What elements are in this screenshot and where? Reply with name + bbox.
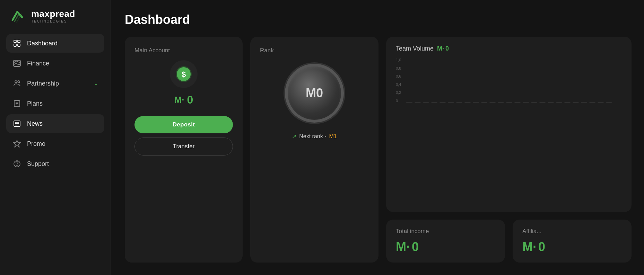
chart-bar [489, 102, 496, 103]
sidebar-item-support[interactable]: Support [6, 154, 104, 173]
chart-y-2: 0,8 [396, 66, 401, 70]
main-account-label: Main Account [134, 47, 170, 54]
right-cards-column: Team Volume M· 0 1,0 0,8 0,6 0,4 0,2 0 [386, 37, 632, 263]
tv-number: 0 [445, 45, 449, 52]
chart-bar [456, 102, 462, 103]
transfer-button[interactable]: Transfer [134, 138, 233, 156]
affiliate-number: 0 [538, 240, 545, 254]
plans-icon [12, 99, 21, 108]
chart-bar [506, 102, 512, 103]
chart-bar [598, 102, 604, 103]
chart-bar [481, 102, 487, 103]
logo-subtitle: TECHNOLOGIES [31, 19, 75, 23]
next-rank-label: Next rank - [299, 133, 326, 140]
chart-bar [523, 102, 529, 103]
next-rank-row: ↗ Next rank - M1 [292, 133, 337, 140]
sidebar-item-dashboard[interactable]: Dashboard [6, 34, 104, 53]
chart-bar [473, 102, 479, 103]
chart-y-6: 0 [396, 99, 401, 103]
income-row: Total income M· 0 Affilia... M· 0 [386, 220, 632, 263]
sidebar-item-plans[interactable]: Plans [6, 94, 104, 113]
support-icon [12, 159, 21, 168]
chart-bars [406, 58, 622, 103]
sidebar-item-dashboard-label: Dashboard [27, 40, 98, 47]
total-income-number: 0 [412, 240, 419, 254]
rank-card: Rank M0 ↗ Next rank - M1 [250, 37, 378, 263]
sidebar-item-support-label: Support [27, 160, 98, 168]
page-title: Dashboard [125, 12, 632, 27]
total-income-prefix: M· [396, 240, 410, 254]
svg-rect-7 [14, 44, 16, 46]
main-account-card: Main Account $ M· 0 Deposit Transfer [125, 37, 243, 263]
chevron-down-icon: ⌄ [94, 81, 98, 86]
balance-value: 0 [187, 94, 193, 106]
logo-icon [10, 8, 26, 24]
chart-bar [564, 102, 571, 103]
tv-prefix: M· [437, 45, 444, 52]
svg-rect-5 [14, 40, 16, 43]
chart-bar [539, 102, 546, 103]
total-income-label: Total income [396, 228, 495, 235]
chart-bar [406, 102, 412, 103]
finance-icon [12, 59, 21, 68]
sidebar-item-promo[interactable]: Promo [6, 134, 104, 153]
affiliate-label: Affilia... [522, 228, 622, 235]
balance-currency-symbol: M· [174, 95, 184, 105]
chart-y-1: 1,0 [396, 58, 401, 62]
partnership-icon [12, 79, 21, 88]
sidebar-item-promo-label: Promo [27, 140, 98, 148]
svg-text:$: $ [182, 70, 186, 79]
chart-bar [606, 102, 612, 103]
chart-bar [415, 102, 421, 103]
team-volume-header: Team Volume M· 0 [396, 45, 622, 52]
chart-area: 1,0 0,8 0,6 0,4 0,2 0 [396, 58, 622, 103]
rank-badge: M0 [285, 64, 344, 123]
svg-rect-8 [18, 44, 20, 46]
total-income-card: Total income M· 0 [386, 220, 505, 263]
sidebar-item-plans-label: Plans [27, 100, 98, 107]
chart-bar [423, 102, 429, 103]
chart-bar [589, 102, 595, 103]
chart-y-labels: 1,0 0,8 0,6 0,4 0,2 0 [396, 58, 401, 103]
chart-bar [440, 102, 446, 103]
chart-y-5: 0,2 [396, 90, 401, 95]
affiliate-value: M· 0 [522, 240, 622, 254]
team-volume-card: Team Volume M· 0 1,0 0,8 0,6 0,4 0,2 0 [386, 37, 632, 212]
total-income-value: M· 0 [396, 240, 495, 254]
affiliate-prefix: M· [522, 240, 536, 254]
logo-area: maxpread TECHNOLOGIES [0, 0, 111, 34]
logo-title: maxpread [31, 9, 75, 19]
svg-marker-14 [14, 140, 20, 147]
cards-row: Main Account $ M· 0 Deposit Transfer Ran… [125, 37, 632, 263]
chart-bar [581, 102, 587, 103]
chart-bar [498, 102, 504, 103]
dashboard-icon [12, 39, 21, 48]
chart-bar [556, 102, 562, 103]
sidebar-item-partnership[interactable]: Partnership ⌄ [6, 74, 104, 93]
logo-text: maxpread TECHNOLOGIES [31, 9, 75, 23]
svg-point-10 [15, 81, 17, 83]
chart-bar [548, 102, 554, 103]
chart-bar [464, 102, 471, 103]
main-account-balance: M· 0 [174, 94, 193, 106]
promo-icon [12, 139, 21, 148]
chart-bar [573, 102, 579, 103]
coin-icon-wrapper: $ [170, 60, 198, 88]
main-content: Dashboard Main Account $ M· 0 Deposit Tr… [111, 0, 644, 275]
deposit-button[interactable]: Deposit [134, 116, 233, 133]
sidebar-item-news[interactable]: News [6, 114, 104, 133]
sidebar-item-news-label: News [27, 120, 98, 127]
sidebar: maxpread TECHNOLOGIES Dashboard [0, 0, 111, 275]
rank-label: Rank [260, 47, 274, 54]
chart-bar [448, 102, 454, 103]
svg-rect-6 [18, 40, 20, 43]
sidebar-item-partnership-label: Partnership [27, 80, 88, 87]
chart-y-3: 0,6 [396, 74, 401, 78]
sidebar-item-finance[interactable]: Finance [6, 54, 104, 73]
nav-menu: Dashboard Finance [0, 34, 111, 173]
chart-y-4: 0,4 [396, 82, 401, 87]
team-volume-label: Team Volume [396, 45, 434, 52]
team-volume-value: M· 0 [437, 45, 449, 52]
arrow-up-icon: ↗ [292, 133, 296, 140]
affiliate-card: Affilia... M· 0 [513, 220, 632, 263]
